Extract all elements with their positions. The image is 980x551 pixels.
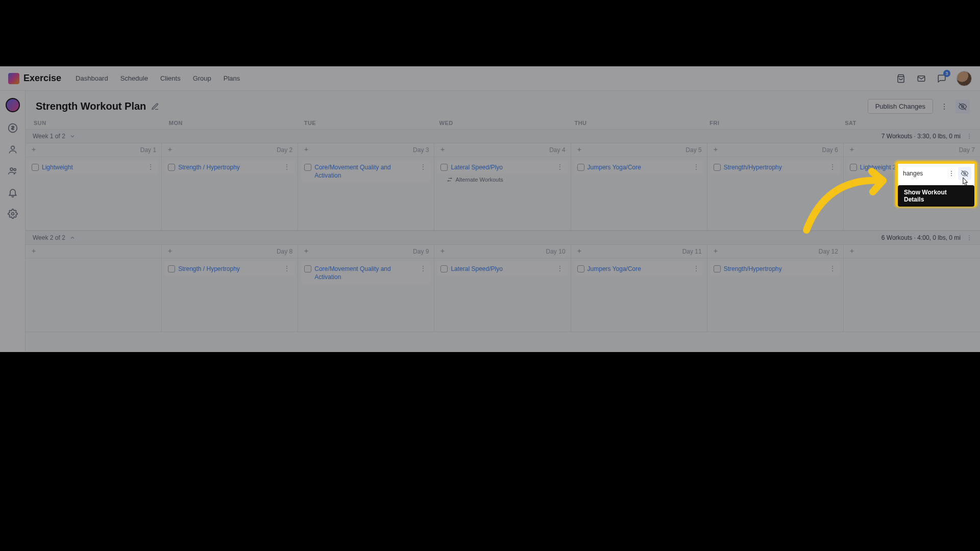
workout-checkbox[interactable] bbox=[577, 164, 584, 171]
plus-icon[interactable] bbox=[439, 248, 447, 255]
workout-checkbox[interactable] bbox=[850, 164, 857, 171]
day-label: Day 12 bbox=[819, 248, 838, 255]
sidebar-workspace-icon[interactable] bbox=[6, 98, 20, 112]
workout-card[interactable]: Core/Movement Quality and Activation⋮ bbox=[301, 160, 431, 183]
svg-point-11 bbox=[969, 134, 970, 135]
gear-icon[interactable] bbox=[7, 208, 18, 219]
workout-title[interactable]: Jumpers Yoga/Core bbox=[587, 163, 689, 171]
workout-checkbox[interactable] bbox=[577, 265, 584, 272]
nav-clients[interactable]: Clients bbox=[160, 74, 181, 82]
week-bar[interactable]: Week 1 of 27 Workouts · 3:30, 0 lbs, 0 m… bbox=[26, 129, 980, 143]
day-label: Day 5 bbox=[685, 146, 701, 154]
svg-point-8 bbox=[944, 108, 945, 109]
mail-icon[interactable] bbox=[916, 73, 927, 84]
workout-title[interactable]: Lateral Speed/Plyo bbox=[451, 265, 552, 273]
workout-card[interactable]: Jumpers Yoga/Core⋮ bbox=[574, 160, 704, 174]
plus-icon[interactable] bbox=[31, 248, 38, 255]
day-column: Day 4Lateral Speed/Plyo⋮Alternate Workou… bbox=[434, 143, 571, 230]
nav-plans[interactable]: Plans bbox=[224, 74, 240, 82]
workout-title[interactable]: Lightweight bbox=[42, 163, 143, 171]
workout-checkbox[interactable] bbox=[168, 265, 175, 272]
workout-card[interactable]: Strength/Hypertrophy⋮ bbox=[710, 262, 840, 276]
more-icon[interactable]: ⋮ bbox=[419, 163, 428, 170]
workout-card[interactable]: Strength/Hypertrophy⋮ bbox=[710, 160, 840, 174]
workout-checkbox[interactable] bbox=[714, 164, 721, 171]
plus-icon[interactable] bbox=[303, 146, 310, 154]
plus-icon[interactable] bbox=[303, 248, 310, 255]
person-icon[interactable] bbox=[7, 144, 18, 155]
workout-title[interactable]: Lateral Speed/Plyo bbox=[451, 163, 552, 171]
workout-checkbox[interactable] bbox=[32, 164, 39, 171]
more-icon[interactable]: ⋮ bbox=[555, 163, 565, 170]
workout-title[interactable]: Strength/Hypertrophy bbox=[724, 163, 825, 171]
workout-checkbox[interactable] bbox=[168, 164, 175, 171]
workout-checkbox[interactable] bbox=[440, 265, 448, 272]
alternate-workouts-row[interactable]: Alternate Workouts bbox=[447, 177, 565, 183]
more-icon[interactable] bbox=[938, 101, 950, 113]
more-icon[interactable]: ⋮ bbox=[692, 163, 701, 170]
chevron-up-icon[interactable] bbox=[69, 235, 76, 241]
day-header-bar: Day 6 bbox=[707, 143, 843, 157]
plus-icon[interactable] bbox=[576, 146, 583, 154]
chat-icon[interactable]: 3 bbox=[936, 73, 947, 84]
avatar[interactable] bbox=[957, 71, 972, 86]
more-icon[interactable]: ⋮ bbox=[282, 163, 291, 170]
workout-card[interactable]: Strength / Hypertrophy⋮ bbox=[165, 160, 295, 174]
workout-title[interactable]: Strength/Hypertrophy bbox=[724, 265, 825, 273]
workout-card[interactable]: Lateral Speed/Plyo⋮ bbox=[437, 262, 567, 276]
day-column: Day 1Lightweight⋮ bbox=[26, 143, 162, 230]
plus-icon[interactable] bbox=[849, 248, 856, 255]
bag-icon[interactable] bbox=[895, 73, 906, 84]
workout-card[interactable]: Lightweight⋮ bbox=[29, 160, 158, 174]
main-nav: Dashboard Schedule Clients Group Plans bbox=[76, 74, 240, 82]
workout-title[interactable]: Strength / Hypertrophy bbox=[178, 163, 279, 171]
week-bar[interactable]: Week 2 of 26 Workouts · 4:00, 0 lbs, 0 m… bbox=[26, 231, 980, 245]
more-icon[interactable] bbox=[966, 133, 973, 140]
week-label: Week 1 of 2 bbox=[33, 133, 65, 140]
workout-checkbox[interactable] bbox=[304, 265, 311, 272]
more-icon[interactable]: ⋮ bbox=[146, 163, 155, 170]
workout-checkbox[interactable] bbox=[440, 164, 448, 171]
more-icon[interactable]: ⋮ bbox=[692, 265, 701, 272]
more-icon[interactable]: ⋮ bbox=[828, 163, 837, 170]
workout-title[interactable]: Core/Movement Quality and Activation bbox=[314, 265, 415, 281]
workout-title[interactable]: Strength / Hypertrophy bbox=[178, 265, 279, 273]
plus-icon[interactable] bbox=[713, 248, 720, 255]
logo[interactable]: Exercise bbox=[8, 73, 61, 84]
publish-button[interactable]: Publish Changes bbox=[868, 99, 933, 114]
day-header-bar bbox=[844, 245, 980, 259]
plus-icon[interactable] bbox=[439, 146, 447, 154]
plus-icon[interactable] bbox=[849, 146, 856, 154]
workout-checkbox[interactable] bbox=[304, 164, 311, 171]
day-header-bar: Day 4 bbox=[434, 143, 570, 157]
more-icon[interactable]: ⋮ bbox=[555, 265, 565, 272]
more-icon[interactable]: ⋮ bbox=[828, 265, 837, 272]
group-icon[interactable] bbox=[7, 165, 18, 177]
workout-card[interactable]: Strength / Hypertrophy⋮ bbox=[165, 262, 295, 276]
plus-icon[interactable] bbox=[167, 146, 174, 154]
plus-icon[interactable] bbox=[713, 146, 720, 154]
nav-schedule[interactable]: Schedule bbox=[120, 74, 148, 82]
toggle-details-icon[interactable] bbox=[958, 167, 971, 180]
workout-card[interactable]: Jumpers Yoga/Core⋮ bbox=[574, 262, 704, 276]
more-icon[interactable]: ⋮ bbox=[419, 265, 428, 272]
svg-point-7 bbox=[944, 106, 945, 107]
more-icon[interactable]: ⋮ bbox=[282, 265, 291, 272]
workout-card[interactable]: Lateral Speed/Plyo⋮ bbox=[437, 160, 567, 174]
dollar-icon[interactable] bbox=[7, 122, 18, 134]
more-icon[interactable] bbox=[948, 170, 955, 177]
plus-icon[interactable] bbox=[576, 248, 583, 255]
workout-title[interactable]: Jumpers Yoga/Core bbox=[587, 265, 689, 273]
toggle-details-icon[interactable] bbox=[955, 99, 970, 114]
chevron-down-icon[interactable] bbox=[69, 133, 76, 139]
workout-card[interactable]: Core/Movement Quality and Activation⋮ bbox=[301, 262, 431, 284]
workout-title[interactable]: Core/Movement Quality and Activation bbox=[314, 163, 415, 180]
bell-icon[interactable] bbox=[7, 187, 18, 198]
more-icon[interactable] bbox=[966, 234, 973, 241]
workout-checkbox[interactable] bbox=[714, 265, 721, 272]
plus-icon[interactable] bbox=[31, 146, 38, 154]
nav-group[interactable]: Group bbox=[193, 74, 211, 82]
plus-icon[interactable] bbox=[167, 248, 174, 255]
nav-dashboard[interactable]: Dashboard bbox=[76, 74, 108, 82]
pencil-icon[interactable] bbox=[151, 103, 159, 111]
